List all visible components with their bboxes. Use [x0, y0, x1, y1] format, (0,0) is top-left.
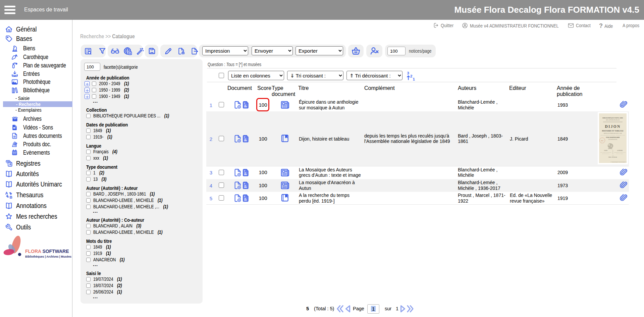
- svg-text:PARIS: PARIS: [604, 150, 607, 151]
- svg-text:RUE DE PARIS, 21: RUE DE PARIS, 21: [616, 153, 624, 154]
- svg-text:1: 1: [413, 77, 415, 81]
- svg-text:DEPUIS LES TEMPS RECULÉS À 184: DEPUIS LES TEMPS RECULÉS À 1849: [604, 133, 622, 134]
- svg-text:PRIX : UN FRANC: PRIX : UN FRANC: [608, 157, 617, 158]
- svg-text:IMPRIMERIE DE MAILLEFER: IMPRIMERIE DE MAILLEFER: [614, 152, 626, 153]
- svg-text:AUXERRE: AUXERRE: [617, 150, 623, 151]
- svg-text:PAR JOSEPH BARD: PAR JOSEPH BARD: [606, 137, 620, 138]
- svg-text:SUIVI D'HISTOIRE DU CONCOURS —: SUIVI D'HISTOIRE DU CONCOURS — RÉPUBLIQU…: [601, 135, 625, 136]
- svg-text:DES AUTEURS FRANÇAIS: DES AUTEURS FRANÇAIS: [606, 119, 620, 121]
- svg-text:1849: 1849: [612, 155, 614, 156]
- svg-text:(DE BOURGOGNE): (DE BOURGOGNE): [608, 139, 617, 140]
- svg-text:HISTOIRE ET TABLEAU: HISTOIRE ET TABLEAU: [602, 130, 624, 132]
- svg-text:3: 3: [407, 71, 409, 75]
- svg-text:2: 2: [410, 74, 412, 78]
- svg-text:RUE DES GRÈS, 19: RUE DES GRÈS, 19: [602, 153, 609, 154]
- svg-text:B.P.: B.P.: [601, 140, 603, 142]
- svg-text:DIJON: DIJON: [605, 124, 621, 128]
- svg-text:B: B: [10, 195, 12, 199]
- svg-text:A: A: [5, 191, 8, 195]
- svg-text:CHEZ TOUS LES LIBRAIRES: CHEZ TOUS LES LIBRAIRES: [600, 152, 611, 153]
- svg-text:BIBLIOTHÈQUE POPULAIRE: BIBLIOTHÈQUE POPULAIRE: [602, 117, 623, 119]
